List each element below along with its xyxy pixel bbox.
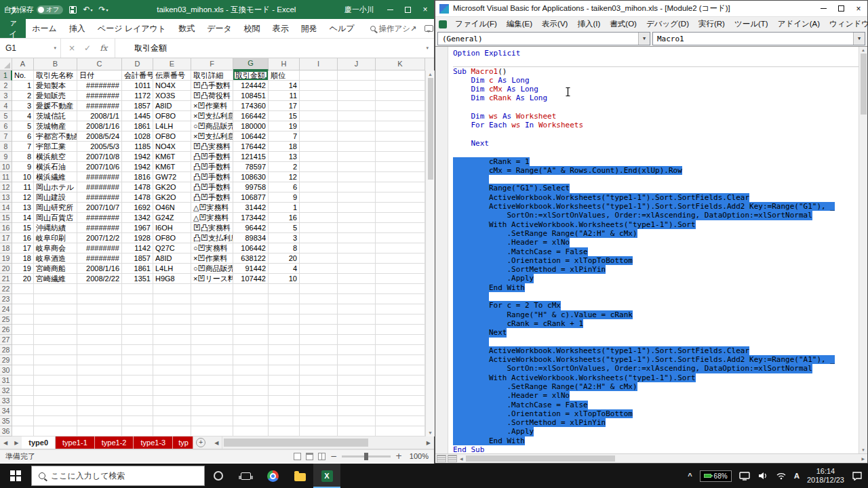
- cell-E23[interactable]: [153, 294, 191, 304]
- code-line-10[interactable]: [453, 130, 859, 139]
- cell-A36[interactable]: [12, 426, 34, 436]
- row-header-31[interactable]: 31: [0, 375, 12, 386]
- cell-B3[interactable]: 愛知販売: [34, 91, 77, 101]
- cell-G18[interactable]: 106442: [233, 243, 269, 253]
- cell-G35[interactable]: [233, 416, 269, 426]
- column-header-C[interactable]: C: [77, 58, 122, 70]
- cell-G22[interactable]: [233, 284, 269, 294]
- cell-F10[interactable]: 凸凹手数料: [191, 162, 233, 172]
- row-header-30[interactable]: 30: [0, 365, 12, 375]
- cell-H1[interactable]: 順位: [269, 70, 300, 81]
- column-header-I[interactable]: I: [300, 58, 338, 70]
- zoom-in-button[interactable]: +: [395, 451, 402, 461]
- cell-E21[interactable]: H9G8: [153, 274, 191, 284]
- cell-F25[interactable]: [191, 314, 233, 325]
- start-button[interactable]: [0, 464, 31, 488]
- cell-K35[interactable]: [376, 416, 425, 426]
- cell-F36[interactable]: [191, 426, 233, 436]
- cell-K33[interactable]: [376, 396, 425, 406]
- cell-J16[interactable]: [338, 223, 376, 233]
- cell-B29[interactable]: [34, 355, 77, 365]
- cell-F4[interactable]: ×凹作業料: [191, 101, 233, 111]
- vba-menu-7[interactable]: ツール(T): [730, 19, 773, 29]
- cell-G20[interactable]: 91442: [233, 264, 269, 274]
- cell-J36[interactable]: [338, 426, 376, 436]
- cell-F28[interactable]: [191, 345, 233, 355]
- cell-H6[interactable]: 19: [269, 121, 300, 131]
- cell-K18[interactable]: [376, 243, 425, 253]
- row-header-21[interactable]: 21: [0, 274, 12, 284]
- cell-B10[interactable]: 横浜石油: [34, 162, 77, 172]
- cell-H23[interactable]: [269, 294, 300, 304]
- cell-I27[interactable]: [300, 335, 338, 345]
- ribbon-tab-1[interactable]: ホーム: [26, 19, 63, 38]
- cell-C1[interactable]: 日付: [77, 70, 122, 81]
- cell-J5[interactable]: [338, 111, 376, 121]
- code-line-13[interactable]: cRank = 1: [453, 157, 859, 166]
- cell-H10[interactable]: 2: [269, 162, 300, 172]
- cell-G2[interactable]: 124442: [233, 81, 269, 91]
- cell-E27[interactable]: [153, 335, 191, 345]
- cell-J9[interactable]: [338, 152, 376, 162]
- code-line-15[interactable]: [453, 175, 859, 184]
- code-line-11[interactable]: Next: [453, 139, 859, 148]
- cell-F3[interactable]: 凹凸荷役料: [191, 91, 233, 101]
- cell-H33[interactable]: [269, 396, 300, 406]
- row-header-15[interactable]: 15: [0, 213, 12, 223]
- cell-K20[interactable]: [376, 264, 425, 274]
- cell-K36[interactable]: [376, 426, 425, 436]
- code-editor[interactable]: Option ExplicitSub Macro1() Dim c As Lon…: [435, 46, 867, 453]
- cell-I11[interactable]: [300, 172, 338, 182]
- cell-G3[interactable]: 108451: [233, 91, 269, 101]
- hscroll-thumb[interactable]: [466, 455, 615, 462]
- cell-H26[interactable]: [269, 325, 300, 335]
- cell-D17[interactable]: 1928: [122, 233, 153, 243]
- hscroll-right-icon[interactable]: ▶: [423, 440, 434, 446]
- cell-E22[interactable]: [153, 284, 191, 294]
- cell-G23[interactable]: [233, 294, 269, 304]
- cell-I5[interactable]: [300, 111, 338, 121]
- cell-C8[interactable]: 2005/5/3: [77, 142, 122, 152]
- cell-A4[interactable]: 3: [12, 101, 34, 111]
- cell-H5[interactable]: 15: [269, 111, 300, 121]
- row-header-18[interactable]: 18: [0, 243, 12, 253]
- cell-E7[interactable]: OF8O: [153, 131, 191, 142]
- cell-H28[interactable]: [269, 345, 300, 355]
- cell-G11[interactable]: 108630: [233, 172, 269, 182]
- cell-A21[interactable]: 20: [12, 274, 34, 284]
- cell-E13[interactable]: GK2O: [153, 192, 191, 203]
- cell-J22[interactable]: [338, 284, 376, 294]
- cell-G9[interactable]: 121415: [233, 152, 269, 162]
- cell-J4[interactable]: [338, 101, 376, 111]
- restore-button[interactable]: [832, 1, 850, 16]
- cell-D31[interactable]: [122, 375, 153, 386]
- split-handle-icon[interactable]: [437, 455, 446, 462]
- code-line-1[interactable]: Option Explicit: [453, 49, 859, 58]
- cell-G32[interactable]: [233, 386, 269, 396]
- cell-E16[interactable]: I6OH: [153, 223, 191, 233]
- cell-B21[interactable]: 宮崎繊維: [34, 274, 77, 284]
- cell-K5[interactable]: [376, 111, 425, 121]
- code-line-44[interactable]: End With: [453, 436, 859, 445]
- vba-menu-5[interactable]: デバッグ(D): [642, 19, 694, 29]
- tell-me-search[interactable]: 操作アシ: [370, 19, 411, 38]
- cell-B15[interactable]: 岡山百貨店: [34, 213, 77, 223]
- cell-F7[interactable]: ×凹支払利息: [191, 131, 233, 142]
- excel-taskbar-button[interactable]: X: [313, 464, 340, 488]
- vba-menu-2[interactable]: 表示(V): [537, 19, 572, 29]
- code-line-5[interactable]: Dim cMx As Long: [453, 85, 859, 94]
- row-header-36[interactable]: 36: [0, 426, 12, 436]
- cell-I9[interactable]: [300, 152, 338, 162]
- cell-C4[interactable]: ########: [77, 101, 122, 111]
- cell-D26[interactable]: [122, 325, 153, 335]
- row-header-34[interactable]: 34: [0, 406, 12, 416]
- code-lines[interactable]: Option ExplicitSub Macro1() Dim c As Lon…: [448, 49, 859, 453]
- cell-G12[interactable]: 99758: [233, 182, 269, 192]
- select-all-corner[interactable]: [0, 58, 12, 70]
- cell-C11[interactable]: ########: [77, 172, 122, 182]
- cell-D32[interactable]: [122, 386, 153, 396]
- code-line-8[interactable]: Dim ws As Worksheet: [453, 112, 859, 121]
- zoom-level[interactable]: 100%: [407, 452, 429, 460]
- share-icon[interactable]: ↗: [410, 24, 416, 33]
- code-line-37[interactable]: With ActiveWorkbook.Worksheets("type1-1"…: [453, 373, 859, 382]
